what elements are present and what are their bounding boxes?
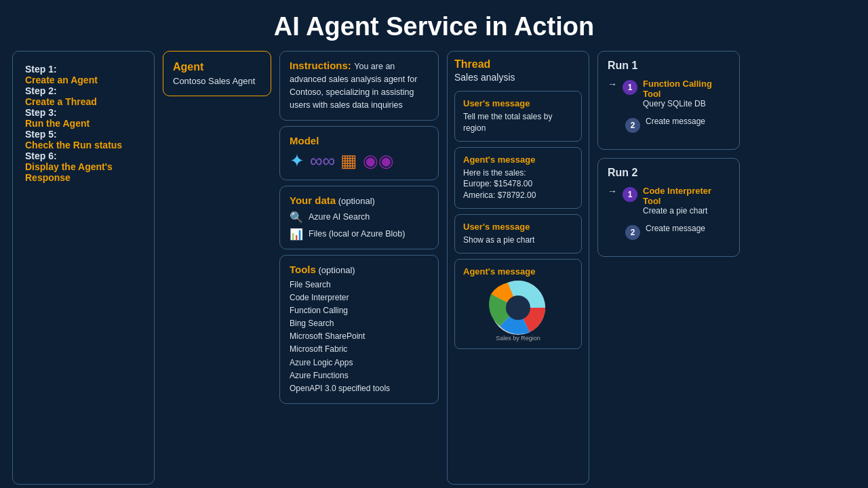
- tools-title: Tools (optional): [290, 264, 429, 276]
- files-icon: 📊: [290, 228, 303, 241]
- run2-step2-content: Create message: [646, 224, 705, 233]
- run2-title: Run 2: [608, 167, 730, 179]
- model-icon-1: ✦: [290, 150, 304, 171]
- run2-box: Run 2 → 1 Code Interpreter Tool Create a…: [597, 158, 740, 257]
- instructions-card: Instructions: You are an advanced sales …: [279, 51, 439, 121]
- tool-item: OpenAPI 3.0 specified tools: [290, 382, 429, 395]
- step-item: Step 6:Display the Agent's Response: [25, 150, 142, 183]
- run2-step1-content: Code Interpreter Tool Create a pie chart: [643, 186, 730, 216]
- run1-step1: → 1 Function Calling Tool Query SQLite D…: [608, 79, 730, 108]
- run2-step2-circle: 2: [625, 225, 640, 240]
- data-card: Your data (optional) 🔍 Azure AI Search 📊…: [279, 186, 439, 249]
- runs-panel: Run 1 → 1 Function Calling Tool Query SQ…: [597, 51, 740, 485]
- run2-step2-desc: Create message: [646, 224, 705, 233]
- tool-item: Code Interpreter: [290, 291, 429, 304]
- run1-step2-circle: 2: [625, 118, 640, 133]
- agent-message-1-text: Here is the sales: Europe: $15478.00 Ame…: [463, 167, 573, 201]
- agent-box: Agent Contoso Sales Agent: [163, 51, 271, 96]
- run1-step1-arrow: →: [608, 79, 617, 89]
- svg-point-1: [506, 296, 530, 320]
- agent-message-2: Agent's message: [454, 259, 582, 349]
- data-item-files: 📊 Files (local or Azure Blob): [290, 228, 429, 241]
- run1-step1-tool: Function Calling Tool: [643, 79, 730, 99]
- data-title: Your data (optional): [290, 195, 429, 207]
- thread-subtitle: Sales analysis: [454, 72, 582, 83]
- step-item: Step 5:Check the Run status: [25, 129, 142, 150]
- data-item-search: 🔍 Azure AI Search: [290, 211, 429, 224]
- run2-step1-tool: Code Interpreter Tool: [643, 186, 730, 206]
- tool-item: Bing Search: [290, 317, 429, 330]
- tools-card: Tools (optional) File SearchCode Interpr…: [279, 255, 439, 405]
- model-icons-row: ✦ ∞∞ ▦ ◉◉: [290, 150, 429, 171]
- thread-outer: Thread Sales analysis User's message Tel…: [447, 51, 589, 485]
- run2-step1-arrow: →: [608, 186, 617, 197]
- run1-title: Run 1: [608, 60, 730, 72]
- model-card: Model ✦ ∞∞ ▦ ◉◉: [279, 126, 439, 180]
- run2-step1-desc: Create a pie chart: [643, 206, 730, 216]
- tool-item: Microsoft Fabric: [290, 343, 429, 356]
- pie-chart-container: [463, 281, 573, 335]
- tool-item: Azure Functions: [290, 369, 429, 382]
- run2-step1-circle: 1: [623, 187, 637, 202]
- instructions-label: Instructions:: [290, 60, 351, 71]
- tool-item: Microsoft SharePoint: [290, 330, 429, 343]
- user-message-2: User's message Show as a pie chart: [454, 214, 582, 253]
- agent-message-2-title: Agent's message: [463, 266, 573, 277]
- run1-step1-circle: 1: [623, 80, 637, 95]
- step-item: Step 2:Create a Thread: [25, 85, 142, 107]
- pie-chart-caption: Sales by Region: [463, 335, 573, 342]
- thread-title: Thread: [454, 58, 582, 70]
- model-title: Model: [290, 135, 429, 146]
- run1-step1-desc: Query SQLite DB: [643, 99, 730, 108]
- user-message-2-text: Show as a pie chart: [463, 235, 573, 246]
- page-title: AI Agent Service in Action: [0, 0, 868, 51]
- user-message-1: User's message Tell me the total sales b…: [454, 91, 582, 142]
- tool-item: Function Calling: [290, 304, 429, 317]
- run1-step1-content: Function Calling Tool Query SQLite DB: [643, 79, 730, 108]
- agent-message-1: Agent's message Here is the sales: Europ…: [454, 147, 582, 209]
- steps-panel: Step 1:Create an AgentStep 2:Create a Th…: [12, 51, 155, 485]
- run1-step2: 2 Create message: [608, 117, 730, 133]
- tool-item: Azure Logic Apps: [290, 357, 429, 369]
- model-icon-2: ∞∞: [310, 150, 335, 171]
- thread-panel: Thread Sales analysis User's message Tel…: [447, 51, 589, 485]
- tool-item: File Search: [290, 279, 429, 291]
- agent-panel: Agent Contoso Sales Agent: [163, 51, 271, 485]
- user-message-1-text: Tell me the total sales by region: [463, 111, 573, 134]
- run1-step2-desc: Create message: [646, 117, 705, 126]
- data-files-label: Files (local or Azure Blob): [309, 228, 405, 240]
- tools-list: File SearchCode InterpreterFunction Call…: [290, 279, 429, 396]
- middle-panel: Instructions: You are an advanced sales …: [279, 51, 439, 485]
- agent-message-1-title: Agent's message: [463, 155, 573, 165]
- run2-step2: 2 Create message: [608, 224, 730, 240]
- run1-step2-content: Create message: [646, 117, 705, 126]
- search-icon: 🔍: [290, 211, 303, 224]
- run1-box: Run 1 → 1 Function Calling Tool Query SQ…: [597, 51, 740, 150]
- user-message-1-title: User's message: [463, 98, 573, 108]
- step-item: Step 1:Create an Agent: [25, 64, 142, 85]
- data-search-label: Azure AI Search: [309, 211, 370, 223]
- step-item: Step 3:Run the Agent: [25, 107, 142, 129]
- model-icon-4: ◉◉: [363, 150, 394, 171]
- run2-step1: → 1 Code Interpreter Tool Create a pie c…: [608, 186, 730, 216]
- agent-name: Contoso Sales Agent: [173, 76, 261, 86]
- model-icon-3: ▦: [340, 150, 357, 171]
- user-message-2-title: User's message: [463, 222, 573, 232]
- agent-title: Agent: [173, 61, 261, 73]
- thread-header-box: Thread Sales analysis: [454, 58, 582, 83]
